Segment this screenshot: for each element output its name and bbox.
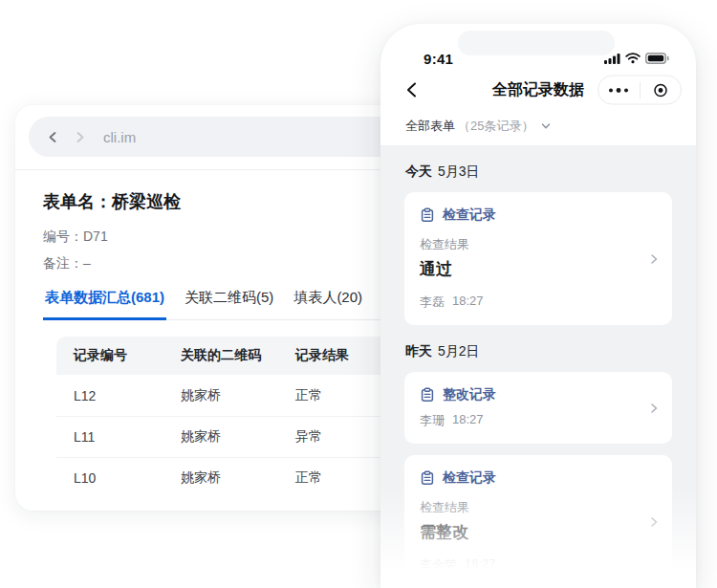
form-clipboard-icon <box>420 470 435 486</box>
result-field-value: 需整改 <box>420 521 657 543</box>
miniprogram-capsule <box>598 76 682 105</box>
record-meta: 李磊 18:27 <box>420 294 657 311</box>
day-label: 今天 <box>405 163 432 181</box>
status-time: 9:41 <box>424 51 453 67</box>
record-time: 18:27 <box>452 412 484 429</box>
status-icons <box>604 53 669 64</box>
chevron-down-icon <box>541 121 551 131</box>
chevron-right-icon[interactable] <box>648 253 660 265</box>
record-meta: 李珊 18:27 <box>420 412 657 429</box>
date-section-header: 今天 5月3日 <box>404 145 672 192</box>
record-author: 李磊 <box>420 294 445 311</box>
cell-record-result: 异常 <box>295 428 385 446</box>
records-table: 记录编号 关联的二维码 记录结果 L12 姚家桥 正常 L11 姚家桥 异常 L… <box>56 337 385 498</box>
cell-linked-qrcode: 姚家桥 <box>181 469 295 487</box>
browser-toolbar: cli.im <box>15 105 413 170</box>
tab-linked-qrcodes[interactable]: 关联二维码(5) <box>183 289 275 319</box>
phone-speaker-notch <box>458 31 615 55</box>
url-text[interactable]: cli.im <box>103 129 136 145</box>
table-row[interactable]: L12 姚家桥 正常 <box>56 375 385 416</box>
record-type-row: 检查记录 <box>420 207 657 224</box>
form-number-label: 编号： <box>43 229 83 244</box>
cell-record-id: L12 <box>74 388 181 403</box>
tab-bar: 表单数据汇总(681) 关联二维码(5) 填表人(20) <box>43 289 385 320</box>
record-type: 检查记录 <box>443 469 496 487</box>
page: cli.im 表单名：桥梁巡检 编号：D71 备注：– 表单数据汇总(681) … <box>0 0 717 588</box>
record-meta: 李金荣 18:27 <box>420 556 657 574</box>
record-card-inspection-pass[interactable]: 检查记录 检查结果 通过 李磊 18:27 <box>404 192 672 325</box>
form-remark-value: – <box>83 255 91 271</box>
record-author: 李金荣 <box>420 556 457 574</box>
address-bar[interactable]: cli.im <box>29 117 400 157</box>
record-target-icon[interactable] <box>641 76 682 104</box>
result-field-label: 检查结果 <box>420 236 657 253</box>
form-remark-row: 备注：– <box>43 254 385 272</box>
wifi-icon <box>625 53 641 64</box>
record-type: 检查记录 <box>443 207 496 224</box>
phone-mockup: 9:41 <box>380 24 696 588</box>
cell-record-id: L10 <box>74 470 181 486</box>
form-clipboard-icon <box>420 387 435 403</box>
form-title: 表单名：桥梁巡检 <box>43 190 385 213</box>
col-record-result: 记录结果 <box>295 347 385 364</box>
tab-form-fillers[interactable]: 填表人(20) <box>292 289 364 319</box>
record-card-inspection-needs-fix[interactable]: 检查记录 检查结果 需整改 李金荣 18:27 <box>404 455 672 588</box>
col-linked-qrcode: 关联的二维码 <box>181 347 295 364</box>
cell-record-result: 正常 <box>295 387 385 404</box>
result-field-value: 通过 <box>420 258 657 280</box>
form-filter-dropdown[interactable]: 全部表单 （25条记录） <box>380 111 696 145</box>
record-author: 李珊 <box>420 412 445 429</box>
more-dots-icon[interactable] <box>598 76 640 104</box>
cell-linked-qrcode: 姚家桥 <box>181 428 295 446</box>
cell-linked-qrcode: 姚家桥 <box>181 387 295 404</box>
filter-record-count: （25条记录） <box>458 118 533 135</box>
form-number-row: 编号：D71 <box>43 228 385 246</box>
table-row[interactable]: L11 姚家桥 异常 <box>56 416 385 457</box>
chevron-right-icon[interactable] <box>648 516 660 528</box>
tab-form-data-summary[interactable]: 表单数据汇总(681) <box>43 289 166 320</box>
battery-icon <box>645 53 669 64</box>
record-card-rectification[interactable]: 整改记录 李珊 18:27 <box>404 372 672 444</box>
col-record-id: 记录编号 <box>74 347 181 364</box>
date-section-header: 昨天 5月2日 <box>404 325 672 372</box>
form-detail-panel: 表单名：桥梁巡检 编号：D71 备注：– 表单数据汇总(681) 关联二维码(5… <box>15 190 413 498</box>
cell-record-id: L11 <box>74 429 181 445</box>
cell-record-result: 正常 <box>295 469 385 487</box>
record-type: 整改记录 <box>443 386 496 403</box>
record-time: 18:27 <box>452 294 484 311</box>
date-label: 5月2日 <box>438 343 480 360</box>
browser-back-icon[interactable] <box>47 131 59 143</box>
date-label: 5月3日 <box>438 163 480 181</box>
day-label: 昨天 <box>405 343 432 360</box>
nav-bar: 全部记录数据 <box>380 69 696 111</box>
form-number-value: D71 <box>83 229 108 244</box>
record-type-row: 检查记录 <box>420 469 657 487</box>
browser-window: cli.im 表单名：桥梁巡检 编号：D71 备注：– 表单数据汇总(681) … <box>15 105 413 511</box>
result-field-label: 检查结果 <box>420 499 657 516</box>
record-time: 18:27 <box>465 556 496 574</box>
form-meta: 编号：D71 备注：– <box>43 228 385 272</box>
record-list: 今天 5月3日 检查记录 检查结果 通过 <box>380 145 696 588</box>
filter-label: 全部表单 <box>405 118 455 135</box>
table-header-row: 记录编号 关联的二维码 记录结果 <box>56 337 385 375</box>
back-button[interactable] <box>404 81 422 98</box>
form-remark-label: 备注： <box>43 255 83 271</box>
record-type-row: 整改记录 <box>420 386 657 403</box>
table-row[interactable]: L10 姚家桥 正常 <box>56 457 385 498</box>
browser-forward-icon[interactable] <box>74 131 86 143</box>
chevron-right-icon[interactable] <box>648 403 660 414</box>
form-clipboard-icon <box>420 207 435 223</box>
